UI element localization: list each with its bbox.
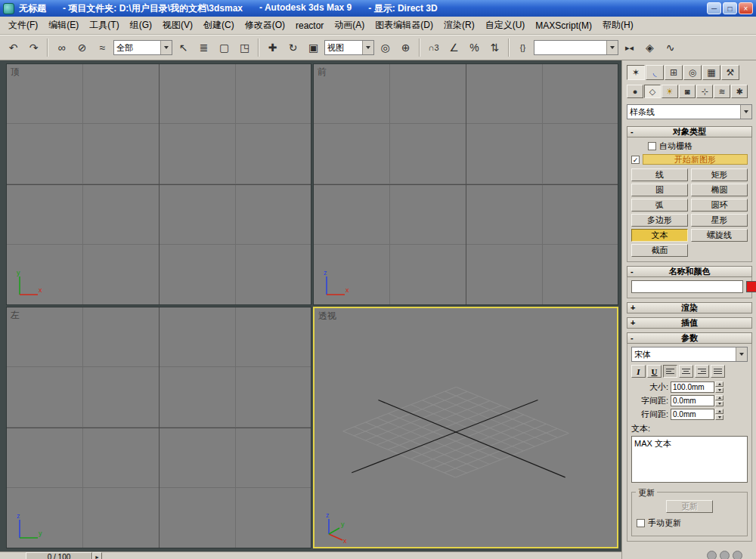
ellipse-button[interactable]: 椭圆 [691,184,748,196]
helix-button[interactable]: 螺旋线 [691,229,748,242]
align-center-button[interactable] [679,365,693,378]
category-shapes-icon[interactable]: ◇ [644,85,661,98]
shape-type-dropdown[interactable]: 样条线 [627,104,752,119]
unlink-icon[interactable]: ⊘ [73,39,91,57]
pivot-center-icon[interactable]: ◎ [376,39,395,57]
menu-animation[interactable]: 动画(A) [329,19,370,32]
size-spinner[interactable] [715,381,723,393]
menu-group[interactable]: 组(G) [125,19,157,32]
align-justify-button[interactable] [711,365,725,378]
align-right-button[interactable] [695,365,709,378]
text-content-input[interactable]: MAX 文本 [631,436,748,483]
menu-help[interactable]: 帮助(H) [597,19,639,32]
kerning-input[interactable]: 0.0mm [671,395,714,406]
spinner-snap-icon[interactable]: ⇅ [485,39,504,57]
tab-utilities-icon[interactable]: ⚒ [721,65,739,80]
leading-spinner[interactable] [715,409,723,420]
rollout-interpolation-header[interactable]: + 插值 [627,317,752,329]
start-new-shape-button[interactable]: 开始新图形 [643,154,748,165]
menu-graph-editors[interactable]: 图表编辑器(D) [370,19,438,32]
underline-button[interactable]: U [647,365,662,378]
tab-modify-icon[interactable]: ◟ [646,65,664,80]
size-input[interactable]: 100.0mm [671,381,714,393]
move-icon[interactable]: ✚ [263,39,282,57]
menu-views[interactable]: 视图(V) [157,19,198,32]
tab-create-icon[interactable]: ✶ [627,65,645,80]
rollout-rendering-header[interactable]: + 渲染 [627,302,752,313]
line-button[interactable]: 线 [631,168,688,181]
select-by-name-icon[interactable]: ≣ [194,39,213,57]
rect-region-icon[interactable]: ▢ [215,39,234,57]
angle-snap-icon[interactable]: ∠ [445,39,463,57]
align-left-button[interactable] [663,365,677,378]
curve-editor-icon[interactable]: ∿ [661,39,680,57]
dropdown-arrow-icon[interactable] [362,41,373,54]
minimize-button[interactable]: ─ [707,2,721,14]
circle-button[interactable]: 圆 [631,184,688,196]
snap-toggle-icon[interactable]: ∩3 [424,39,443,57]
tab-motion-icon[interactable]: ◎ [683,65,702,80]
menu-file[interactable]: 文件(F) [3,19,43,32]
update-button[interactable]: 更新 [666,500,713,513]
mirror-icon[interactable]: ▸◂ [620,39,639,57]
select-object-icon[interactable]: ↖ [174,39,193,57]
bind-spacewarp-icon[interactable]: ≈ [93,39,112,57]
select-link-icon[interactable]: ∞ [52,39,71,57]
dropdown-arrow-icon[interactable] [160,41,172,54]
kerning-spinner[interactable] [715,395,723,406]
menu-modifiers[interactable]: 修改器(O) [240,19,290,32]
align-icon[interactable]: ◈ [640,39,659,57]
font-dropdown[interactable]: 宋体 [631,347,748,362]
menu-rendering[interactable]: 渲染(R) [438,19,480,32]
pan-icon[interactable] [720,551,730,559]
text-button[interactable]: 文本 [631,229,688,242]
zoom-icon[interactable] [707,551,717,559]
section-button[interactable]: 截面 [631,244,688,257]
scale-icon[interactable]: ▣ [304,39,323,57]
rotate-icon[interactable]: ↻ [284,39,302,57]
manual-update-checkbox[interactable] [637,519,645,527]
percent-snap-icon[interactable]: % [465,39,484,57]
named-selections-icon[interactable]: {} [513,39,532,57]
menu-customize[interactable]: 自定义(U) [480,19,531,32]
viewport-top[interactable]: 顶 y x [6,63,311,305]
coordinate-system-dropdown[interactable]: 视图 [324,40,374,55]
undo-icon[interactable]: ↶ [4,39,23,57]
object-name-input[interactable] [631,280,743,293]
redo-icon[interactable]: ↷ [24,39,43,57]
rectangle-button[interactable]: 矩形 [691,168,748,181]
object-color-swatch[interactable] [746,281,756,292]
rollout-object-type-header[interactable]: - 对象类型 [627,126,752,137]
viewport-front[interactable]: 前 z x [313,63,618,305]
close-button[interactable]: × [739,2,753,14]
maximize-button[interactable]: □ [723,2,737,14]
dropdown-arrow-icon[interactable] [606,41,618,54]
viewport-left[interactable]: 左 z y [6,307,311,548]
menu-reactor[interactable]: reactor [290,20,329,31]
menu-maxscript[interactable]: MAXScript(M) [530,20,597,31]
time-slider-handle[interactable]: 0 / 100 [26,552,92,559]
ngon-button[interactable]: 多边形 [631,214,688,227]
arc-button[interactable]: 弧 [631,199,688,212]
leading-input[interactable]: 0.0mm [671,409,714,420]
italic-button[interactable]: I [631,365,646,378]
selection-filter-dropdown[interactable]: 全部 [113,40,172,55]
donut-button[interactable]: 圆环 [691,199,748,212]
category-cameras-icon[interactable]: ◙ [679,85,696,98]
viewport-perspective[interactable]: 透视 z x y [313,307,618,548]
manipulate-icon[interactable]: ⊕ [396,39,415,57]
arc-rotate-icon[interactable] [733,551,742,559]
category-systems-icon[interactable]: ✱ [731,85,748,98]
tab-hierarchy-icon[interactable]: ⊞ [665,65,683,80]
next-frame-button[interactable]: ► [92,552,102,559]
category-geometry-icon[interactable]: ● [627,85,643,98]
menu-tools[interactable]: 工具(T) [84,19,124,32]
start-new-shape-checkbox[interactable]: ✓ [631,156,640,164]
category-helpers-icon[interactable]: ⊹ [696,85,713,98]
tab-display-icon[interactable]: ▦ [702,65,720,80]
dropdown-arrow-icon[interactable] [736,347,747,361]
named-selection-combobox[interactable] [534,40,618,55]
autogrid-checkbox[interactable] [648,142,656,150]
menu-create[interactable]: 创建(C) [198,19,240,32]
window-crossing-icon[interactable]: ◳ [235,39,254,57]
